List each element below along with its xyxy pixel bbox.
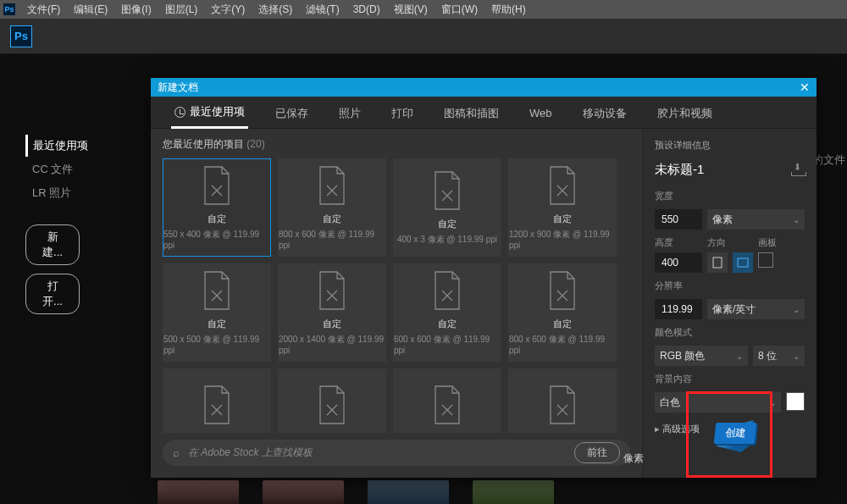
create-button[interactable]: 创建 <box>714 423 757 444</box>
preset-title: 自定 <box>208 213 226 225</box>
color-mode-label: 颜色模式 <box>655 326 805 339</box>
menu-type[interactable]: 文字(Y) <box>204 0 252 19</box>
preset-card[interactable]: 自定600 x 600 像素 @ 119.99 ppi <box>393 263 501 362</box>
background-label: 背景内容 <box>655 373 805 385</box>
save-preset-icon[interactable] <box>791 164 805 176</box>
orientation-portrait[interactable] <box>707 252 728 273</box>
tab-print[interactable]: 打印 <box>388 97 417 128</box>
tab-web[interactable]: Web <box>526 98 556 126</box>
menu-image[interactable]: 图像(I) <box>114 0 158 19</box>
menu-select[interactable]: 选择(S) <box>252 0 299 19</box>
new-button[interactable]: 新建... <box>25 224 80 265</box>
preset-subtitle: 500 x 500 像素 @ 119.99 ppi <box>163 334 270 355</box>
background-select[interactable]: 白色⌄ <box>655 392 781 413</box>
tab-recent[interactable]: 最近使用项 <box>171 96 248 129</box>
thumb[interactable] <box>158 480 239 504</box>
preset-subtitle: 800 x 600 像素 @ 119.99 ppi <box>509 334 616 355</box>
document-name[interactable]: 未标题-1 <box>655 162 704 178</box>
preset-subtitle: 2000 x 1400 像素 @ 119.99 ppi <box>279 334 385 355</box>
preset-subtitle: 600 x 600 像素 @ 119.99 ppi <box>394 334 501 355</box>
pixel-label: 像素 <box>623 451 644 466</box>
preset-title: 自定 <box>323 213 341 225</box>
menu-window[interactable]: 窗口(W) <box>435 0 484 19</box>
nav-recent[interactable]: 最近使用项 <box>25 135 127 157</box>
chevron-down-icon: ⌄ <box>793 352 800 361</box>
stock-search: ⌕ 在 Adobe Stock 上查找模板 前往 <box>163 440 630 466</box>
details-header-text: 预设详细信息 <box>655 139 711 152</box>
preset-count: (20) <box>246 138 264 150</box>
background-swatch[interactable] <box>786 392 805 411</box>
preset-card[interactable]: 自定400 x 3 像素 @ 119.99 ppi <box>393 158 501 257</box>
preset-card[interactable] <box>278 368 386 433</box>
dialog-tabs: 最近使用项 已保存 照片 打印 图稿和插图 Web 移动设备 胶片和视频 <box>151 97 817 129</box>
color-mode-select[interactable]: RGB 颜色⌄ <box>655 346 748 366</box>
tab-label: 最近使用项 <box>190 104 245 119</box>
background-text: 的文件 <box>812 152 845 168</box>
preset-title: 自定 <box>553 213 572 225</box>
clock-icon <box>174 107 185 118</box>
res-unit-text: 像素/英寸 <box>712 302 756 317</box>
tab-photo[interactable]: 照片 <box>335 97 364 128</box>
menu-help[interactable]: 帮助(H) <box>484 0 533 19</box>
document-icon <box>430 385 464 425</box>
preset-subtitle: 550 x 400 像素 @ 119.99 ppi <box>163 229 270 250</box>
unit-text: 像素 <box>712 213 733 227</box>
preset-grid: 自定550 x 400 像素 @ 119.99 ppi自定800 x 600 像… <box>163 158 630 433</box>
menu-layer[interactable]: 图层(L) <box>158 0 205 19</box>
preset-card[interactable]: 自定1200 x 900 像素 @ 119.99 ppi <box>508 158 617 257</box>
menu-view[interactable]: 视图(V) <box>387 0 435 19</box>
resolution-input[interactable] <box>655 299 702 319</box>
go-button[interactable]: 前往 <box>574 442 620 463</box>
app-bar: Ps <box>0 19 847 54</box>
search-placeholder[interactable]: 在 Adobe Stock 上查找模板 <box>188 446 566 460</box>
open-button[interactable]: 打开... <box>25 274 80 314</box>
thumb[interactable] <box>473 480 554 504</box>
close-icon[interactable]: ✕ <box>800 80 810 94</box>
menu-3d[interactable]: 3D(D) <box>346 1 387 18</box>
svg-rect-1 <box>738 258 748 267</box>
nav-lr-photos[interactable]: LR 照片 <box>25 182 127 204</box>
bit-depth-select[interactable]: 8 位⌄ <box>753 346 805 366</box>
preset-card[interactable]: 自定500 x 500 像素 @ 119.99 ppi <box>163 263 271 362</box>
tab-art[interactable]: 图稿和插图 <box>440 97 502 128</box>
artboard-checkbox[interactable] <box>758 252 773 268</box>
dialog-title-text: 新建文档 <box>158 80 198 95</box>
ps-logo: Ps <box>10 25 32 47</box>
ps-icon-small: Ps <box>3 3 15 15</box>
preset-card[interactable] <box>393 368 501 433</box>
nav-cc-files[interactable]: CC 文件 <box>25 158 127 180</box>
preset-card[interactable]: 自定800 x 600 像素 @ 119.99 ppi <box>278 158 386 257</box>
document-icon <box>430 170 464 211</box>
bg-text: 白色 <box>660 396 680 410</box>
menu-edit[interactable]: 编辑(E) <box>67 0 114 19</box>
preset-title: 自定 <box>208 318 226 330</box>
document-icon <box>315 165 349 206</box>
chevron-down-icon: ⌄ <box>769 398 776 407</box>
document-icon <box>430 270 464 311</box>
document-icon <box>200 385 234 425</box>
tab-saved[interactable]: 已保存 <box>272 97 312 128</box>
height-label: 高度 <box>655 236 702 249</box>
tab-film[interactable]: 胶片和视频 <box>654 97 716 128</box>
preset-subtitle: 400 x 3 像素 @ 119.99 ppi <box>397 234 497 246</box>
preset-card[interactable]: 自定550 x 400 像素 @ 119.99 ppi <box>163 158 271 257</box>
thumb[interactable] <box>263 480 344 504</box>
document-icon <box>200 270 234 311</box>
menu-file[interactable]: 文件(F) <box>20 0 67 19</box>
preset-card[interactable] <box>163 368 271 433</box>
resolution-unit-select[interactable]: 像素/英寸⌄ <box>707 299 805 319</box>
preset-card[interactable]: 自定2000 x 1400 像素 @ 119.99 ppi <box>278 263 386 362</box>
orientation-landscape[interactable] <box>733 252 753 273</box>
preset-card[interactable] <box>508 368 617 433</box>
tab-mobile[interactable]: 移动设备 <box>579 97 630 128</box>
thumb[interactable] <box>368 480 449 504</box>
chevron-down-icon: ⌄ <box>793 215 800 224</box>
width-label: 宽度 <box>655 190 805 202</box>
width-input[interactable] <box>655 209 702 230</box>
preset-card[interactable]: 自定800 x 600 像素 @ 119.99 ppi <box>508 263 617 362</box>
preset-title: 自定 <box>323 318 341 330</box>
height-input[interactable] <box>655 252 702 273</box>
document-icon <box>545 385 579 425</box>
width-unit-select[interactable]: 像素⌄ <box>707 209 805 230</box>
menu-filter[interactable]: 滤镜(T) <box>299 0 346 19</box>
